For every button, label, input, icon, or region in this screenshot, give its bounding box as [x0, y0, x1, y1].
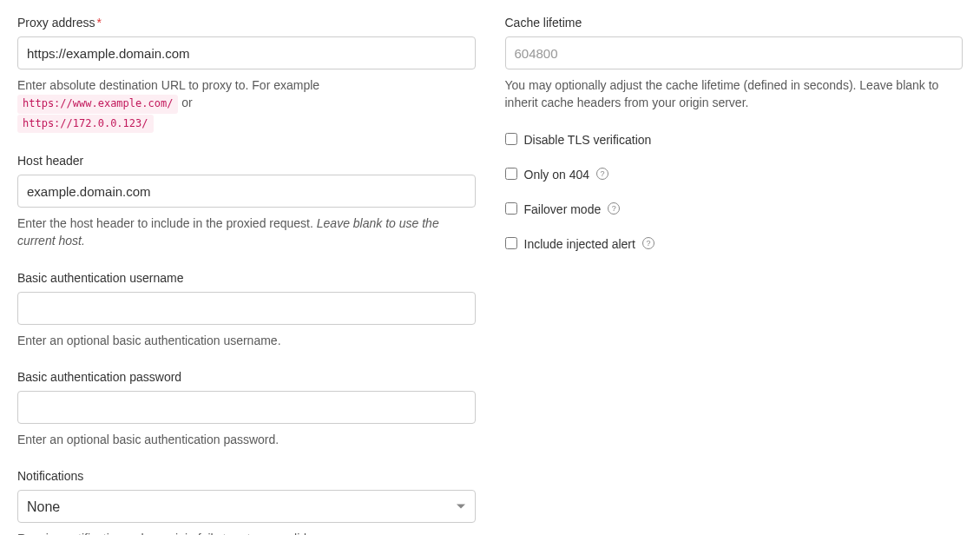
basic-auth-password-label: Basic authentication password — [17, 370, 476, 384]
notifications-select[interactable]: None — [17, 490, 476, 523]
cache-lifetime-help: You may optionally adjust the cache life… — [505, 76, 964, 112]
cache-lifetime-input[interactable] — [505, 36, 964, 69]
disable-tls-label: Disable TLS verification — [524, 133, 652, 147]
basic-auth-username-input[interactable] — [17, 292, 476, 325]
notifications-select-wrapper: None — [17, 490, 476, 523]
include-injected-alert-row: Include injected alert ? — [505, 237, 964, 251]
include-injected-alert-label: Include injected alert — [524, 237, 635, 251]
host-header-field: Host header Enter the host header to inc… — [17, 154, 476, 250]
only-on-404-row: Only on 404 ? — [505, 168, 964, 182]
host-header-help: Enter the host header to include in the … — [17, 215, 476, 250]
basic-auth-username-field: Basic authentication username Enter an o… — [17, 271, 476, 349]
only-on-404-checkbox[interactable] — [505, 168, 517, 180]
help-icon[interactable]: ? — [608, 202, 620, 215]
proxy-address-label: Proxy address* — [17, 16, 476, 30]
form-columns: Proxy address* Enter absolute destinatio… — [17, 16, 963, 535]
host-header-input[interactable] — [17, 175, 476, 208]
notifications-field: Notifications None Receive notifications… — [17, 469, 476, 535]
cache-lifetime-label: Cache lifetime — [505, 16, 964, 30]
failover-mode-label: Failover mode — [524, 202, 602, 216]
cache-lifetime-field: Cache lifetime You may optionally adjust… — [505, 16, 964, 112]
disable-tls-checkbox[interactable] — [505, 133, 517, 145]
basic-auth-password-field: Basic authentication password Enter an o… — [17, 370, 476, 448]
proxy-address-input[interactable] — [17, 36, 476, 69]
left-column: Proxy address* Enter absolute destinatio… — [17, 16, 476, 535]
code-chip: https://www.example.com/ — [17, 95, 178, 113]
disable-tls-row: Disable TLS verification — [505, 133, 964, 147]
right-column: Cache lifetime You may optionally adjust… — [505, 16, 964, 535]
help-icon[interactable]: ? — [596, 168, 608, 180]
only-on-404-label: Only on 404 — [524, 168, 590, 182]
basic-auth-username-help: Enter an optional basic authentication u… — [17, 332, 476, 349]
failover-mode-row: Failover mode ? — [505, 202, 964, 216]
notifications-help: Receive notifications when origin fails … — [17, 530, 476, 535]
proxy-address-field: Proxy address* Enter absolute destinatio… — [17, 16, 476, 133]
basic-auth-password-input[interactable] — [17, 391, 476, 424]
required-star-icon: * — [96, 16, 101, 30]
help-icon[interactable]: ? — [642, 237, 654, 249]
failover-mode-checkbox[interactable] — [505, 202, 517, 215]
host-header-label: Host header — [17, 154, 476, 168]
code-chip: https://172.0.0.123/ — [17, 115, 154, 133]
notifications-label: Notifications — [17, 469, 476, 483]
include-injected-alert-checkbox[interactable] — [505, 237, 517, 249]
proxy-address-help: Enter absolute destination URL to proxy … — [17, 76, 476, 133]
basic-auth-username-label: Basic authentication username — [17, 271, 476, 285]
basic-auth-password-help: Enter an optional basic authentication p… — [17, 431, 476, 448]
